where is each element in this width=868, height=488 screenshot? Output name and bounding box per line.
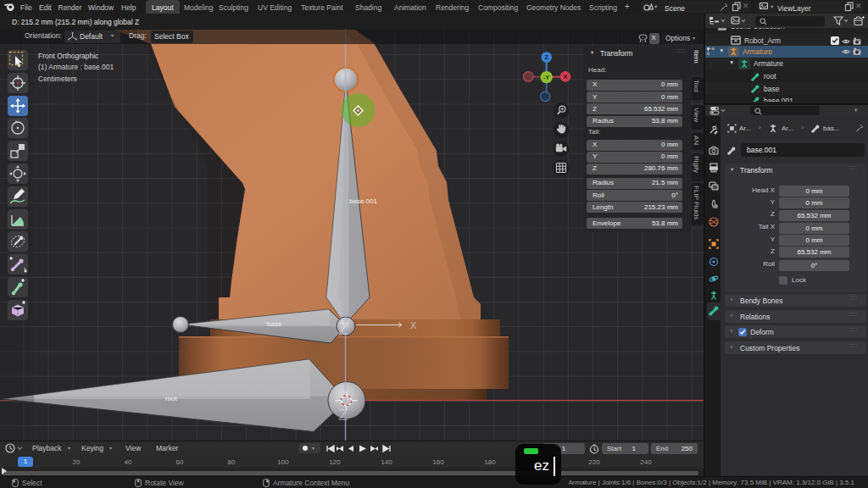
svg-text:-Y: -Y	[543, 75, 549, 80]
svg-text:Centimeters: Centimeters	[38, 75, 77, 83]
svg-text:base.001: base.001	[349, 197, 377, 205]
svg-text:X: X	[410, 320, 417, 330]
svg-text:Front Orthographic: Front Orthographic	[38, 52, 99, 60]
svg-text:Z: Z	[338, 319, 349, 338]
svg-text:base: base	[267, 320, 282, 328]
svg-text:root: root	[165, 395, 178, 402]
svg-text:Z: Z	[544, 53, 548, 61]
svg-text:(1) Armature : base.001: (1) Armature : base.001	[38, 63, 114, 71]
svg-text:X: X	[563, 73, 567, 80]
